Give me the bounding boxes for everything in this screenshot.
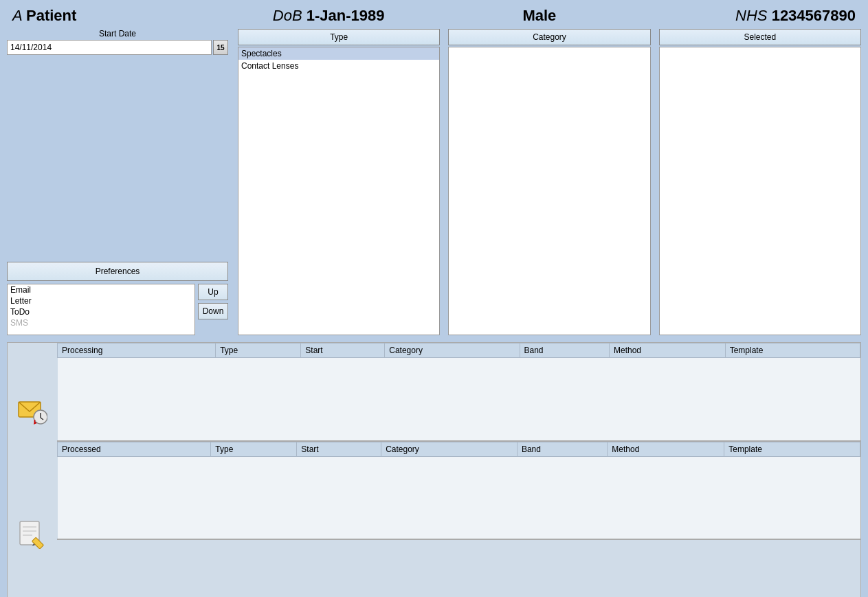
list-item[interactable]: Email	[8, 284, 194, 295]
table-header-cell: Category	[381, 442, 518, 456]
category-list[interactable]	[448, 47, 650, 335]
header-patient: A Patient	[12, 7, 223, 25]
table-header-cell: Type	[211, 442, 297, 456]
list-item[interactable]: Contact Lenses	[238, 60, 439, 72]
up-button[interactable]: Up	[198, 284, 228, 300]
start-date-row: 15	[7, 40, 228, 55]
table-header-cell: Processing	[58, 343, 216, 358]
processing-header-row: ProcessingTypeStartCategoryBandMethodTem…	[58, 343, 860, 358]
dob-value: 1-Jan-1989	[307, 7, 385, 24]
table-header-cell: Template	[724, 442, 860, 456]
preferences-list[interactable]: EmailLetterToDoSMS	[7, 284, 195, 335]
up-down-buttons: Up Down	[198, 284, 228, 319]
svg-rect-9	[32, 537, 44, 549]
type-header: Type	[238, 29, 440, 45]
selected-list[interactable]	[659, 47, 861, 335]
processed-header-row: ProcessedTypeStartCategoryBandMethodTemp…	[58, 442, 860, 456]
list-item[interactable]: Spectacles	[238, 47, 439, 60]
preferences-list-container: EmailLetterToDoSMS Up Down	[7, 284, 228, 335]
start-date-input[interactable]	[7, 40, 212, 55]
processed-table-header: ProcessedTypeStartCategoryBandMethodTemp…	[58, 442, 860, 456]
notes-edit-icon	[17, 519, 47, 549]
list-item[interactable]: ToDo	[8, 306, 194, 317]
left-panel: Start Date 15 Preferences EmailLetterToD…	[7, 29, 234, 335]
type-panel: Type SpectaclesContact Lenses	[234, 29, 444, 335]
selected-header: Selected	[659, 29, 861, 45]
processed-table: ProcessedTypeStartCategoryBandMethodTemp…	[57, 442, 860, 539]
table-header-cell: Method	[610, 343, 726, 358]
dob-prefix: DoB	[273, 7, 302, 24]
processed-icon-area	[17, 472, 47, 596]
header-gender: Male	[434, 7, 645, 25]
bottom-icons-col	[8, 343, 57, 597]
patient-prefix: A	[12, 7, 22, 24]
clock-envelope-icon	[17, 395, 47, 425]
table-header-cell: Type	[216, 343, 301, 358]
table-header-cell: Band	[520, 343, 610, 358]
processing-empty-row	[58, 358, 860, 440]
header: A Patient DoB 1-Jan-1989 Male NHS 123456…	[0, 0, 868, 29]
start-date-label: Start Date	[7, 29, 228, 38]
preferences-button[interactable]: Preferences	[7, 262, 228, 281]
table-header-cell: Processed	[58, 442, 211, 456]
processing-table-section: ProcessingTypeStartCategoryBandMethodTem…	[57, 343, 860, 442]
processing-table-header: ProcessingTypeStartCategoryBandMethodTem…	[58, 343, 860, 358]
category-header: Category	[448, 29, 650, 45]
table-header-cell: Band	[517, 442, 607, 456]
list-item[interactable]: SMS	[8, 317, 194, 328]
patient-name: Patient	[26, 7, 76, 24]
bottom-tables-col: ProcessingTypeStartCategoryBandMethodTem…	[57, 343, 860, 597]
selected-panel: Selected	[655, 29, 861, 335]
list-item[interactable]: Letter	[8, 295, 194, 306]
header-nhs: NHS 1234567890	[645, 7, 856, 25]
processing-table: ProcessingTypeStartCategoryBandMethodTem…	[57, 343, 860, 440]
table-header-cell: Category	[385, 343, 520, 358]
processed-table-section: ProcessedTypeStartCategoryBandMethodTemp…	[57, 442, 860, 541]
table-header-cell: Template	[725, 343, 860, 358]
processing-table-body	[58, 358, 860, 440]
category-panel: Category	[444, 29, 654, 335]
bottom-section: ProcessingTypeStartCategoryBandMethodTem…	[7, 342, 861, 597]
table-header-cell: Start	[301, 343, 385, 358]
table-header-cell: Method	[608, 442, 724, 456]
calendar-button[interactable]: 15	[213, 40, 228, 55]
nhs-number: 1234567890	[772, 7, 856, 24]
down-button[interactable]: Down	[198, 303, 228, 319]
main-area: Start Date 15 Preferences EmailLetterToD…	[0, 29, 868, 342]
type-list[interactable]: SpectaclesContact Lenses	[238, 47, 440, 335]
header-dob: DoB 1-Jan-1989	[223, 7, 434, 25]
processing-icon-area	[17, 348, 47, 472]
processed-table-body	[58, 456, 860, 539]
processed-empty-row	[58, 456, 860, 539]
nhs-prefix: NHS	[735, 7, 767, 24]
table-header-cell: Start	[297, 442, 381, 456]
